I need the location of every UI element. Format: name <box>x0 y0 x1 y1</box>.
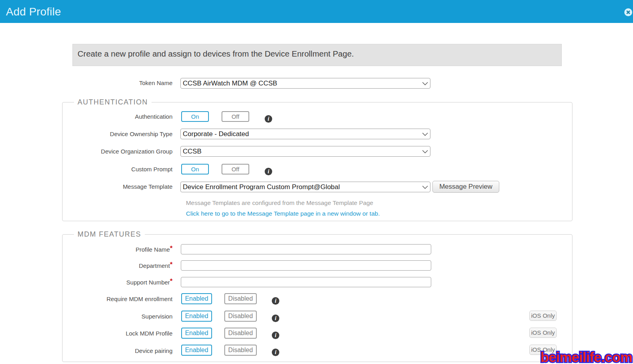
svg-text:beimeilife.com: beimeilife.com <box>540 349 632 364</box>
